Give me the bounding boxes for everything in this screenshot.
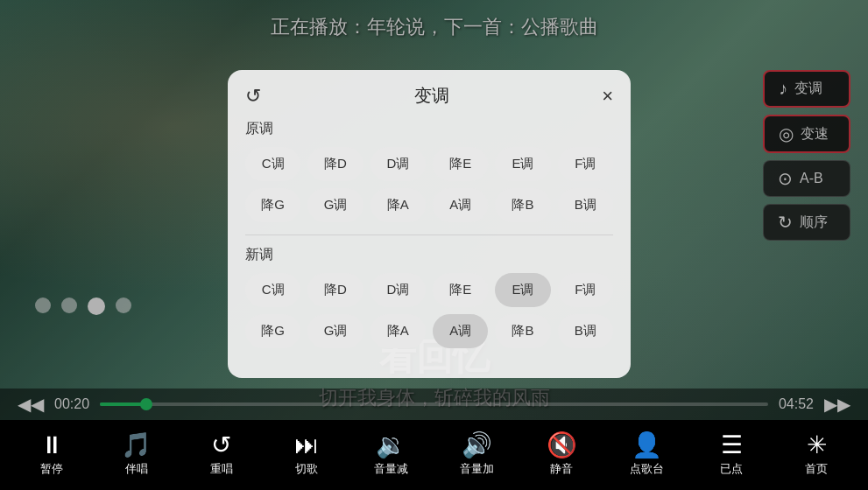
orig-key-1[interactable]: 降D [307,147,363,181]
new-key-4[interactable]: E调 [495,273,550,307]
songlist-icon: 👤 [632,433,662,458]
orig-key-4[interactable]: E调 [495,147,550,181]
played-icon: ☰ [721,433,743,458]
new-key-0[interactable]: C调 [245,273,300,307]
new-key-1[interactable]: 降D [307,273,363,307]
new-key-2[interactable]: D调 [370,273,426,307]
accompany-label: 伴唱 [125,461,148,477]
orig-key-5[interactable]: F调 [558,147,613,181]
vol-up-icon: 🔊 [462,433,492,458]
ctrl-mute[interactable]: 🔇 静音 [535,433,588,477]
ctrl-accompany[interactable]: 🎵 伴唱 [110,433,163,477]
new-key-label: 新调 [245,246,613,264]
mute-icon: 🔇 [547,433,577,458]
pause-icon: ⏸ [39,433,64,458]
new-key-9[interactable]: A调 [433,314,488,348]
new-key-grid: C调 降D D调 降E E调 F调 降G G调 降A A调 降B B调 [245,273,613,348]
ctrl-replay[interactable]: ↺ 重唱 [195,433,248,477]
orig-key-11[interactable]: B调 [558,188,613,222]
next-icon: ⏭ [294,433,319,458]
pitch-modal: ↺ 变调 × 原调 C调 降D D调 降E E调 F调 降G G调 降A A调 … [228,70,631,378]
divider [245,234,613,235]
pause-label: 暂停 [40,461,63,477]
modal-refresh-button[interactable]: ↺ [245,85,261,108]
ctrl-vol-down[interactable]: 🔉 音量减 [365,433,418,477]
ctrl-vol-up[interactable]: 🔊 音量加 [450,433,503,477]
ctrl-played[interactable]: ☰ 已点 [705,433,758,477]
new-key-5[interactable]: F调 [558,273,613,307]
next-label: 切歌 [295,461,318,477]
new-key-8[interactable]: 降A [370,314,426,348]
new-key-6[interactable]: 降G [245,314,300,348]
home-icon: ✳ [807,433,827,458]
vol-down-icon: 🔉 [376,433,406,458]
orig-key-9[interactable]: A调 [433,188,488,222]
songlist-label: 点歌台 [630,461,664,477]
modal-header: ↺ 变调 × [245,84,613,108]
bottom-controls: ⏸ 暂停 🎵 伴唱 ↺ 重唱 ⏭ 切歌 🔉 音量减 🔊 音量加 🔇 静音 👤 点… [0,420,868,490]
new-key-11[interactable]: B调 [558,314,613,348]
replay-icon: ↺ [211,433,231,458]
original-key-grid: C调 降D D调 降E E调 F调 降G G调 降A A调 降B B调 [245,147,613,222]
replay-label: 重唱 [210,461,233,477]
vol-up-label: 音量加 [460,461,494,477]
modal-close-button[interactable]: × [602,85,613,108]
modal-title: 变调 [414,84,449,108]
orig-key-10[interactable]: 降B [495,188,550,222]
new-key-7[interactable]: G调 [307,314,363,348]
new-key-10[interactable]: 降B [495,314,550,348]
home-label: 首页 [805,461,828,477]
orig-key-8[interactable]: 降A [370,188,426,222]
orig-key-0[interactable]: C调 [245,147,300,181]
ctrl-home[interactable]: ✳ 首页 [790,433,843,477]
ctrl-pause[interactable]: ⏸ 暂停 [25,433,78,477]
new-key-3[interactable]: 降E [433,273,488,307]
orig-key-2[interactable]: D调 [370,147,426,181]
orig-key-7[interactable]: G调 [307,188,363,222]
ctrl-songlist[interactable]: 👤 点歌台 [620,433,673,477]
vol-down-label: 音量减 [374,461,408,477]
played-label: 已点 [720,461,743,477]
ctrl-next[interactable]: ⏭ 切歌 [280,433,333,477]
orig-key-6[interactable]: 降G [245,188,300,222]
mute-label: 静音 [550,461,573,477]
original-key-label: 原调 [245,120,613,138]
orig-key-3[interactable]: 降E [433,147,488,181]
accompany-icon: 🎵 [121,433,152,458]
